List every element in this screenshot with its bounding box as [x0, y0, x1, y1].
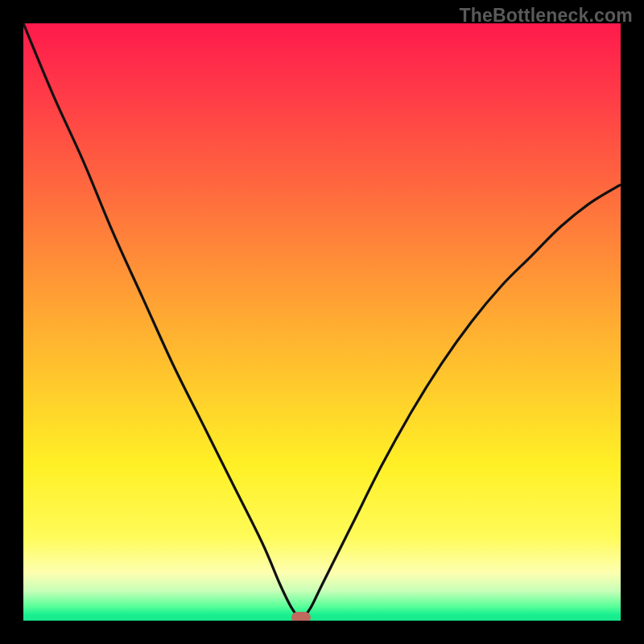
- watermark-text: TheBottleneck.com: [459, 5, 633, 27]
- bottleneck-curve: [23, 23, 621, 621]
- chart-frame: TheBottleneck.com: [0, 0, 644, 644]
- plot-area: [23, 23, 621, 621]
- curve-path: [23, 23, 621, 617]
- optimal-point-marker: [291, 612, 311, 621]
